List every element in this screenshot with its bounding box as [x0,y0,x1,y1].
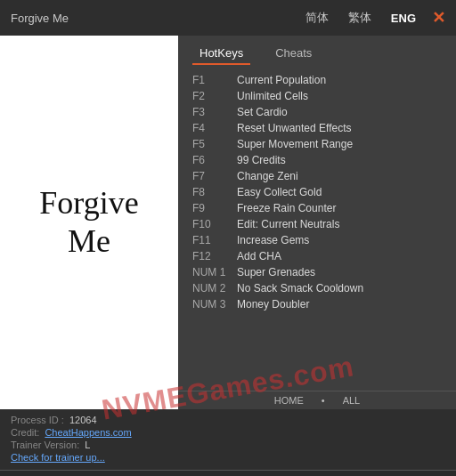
credit-label: Credit: [11,427,39,438]
game-title-art: Forgive Me [39,184,138,261]
tabs-bar: HotKeys Cheats [178,36,456,65]
hotkey-row: F10Edit: Current Neutrals [192,216,442,232]
right-panel: HotKeys Cheats F1Current PopulationF2Unl… [178,36,456,409]
hotkey-key: NUM 2 [192,282,237,294]
process-label: Process ID : [11,415,64,425]
title-bar-left: Forgive Me [11,12,69,25]
hotkey-label: Unlimited Cells [237,90,308,102]
hotkey-key: F2 [192,90,237,102]
hotkey-row: F12Add CHA [192,248,442,264]
nav-all[interactable]: ALL [343,395,361,406]
hotkey-row: NUM 3Money Doubler [192,296,442,312]
hotkey-label: Edit: Current Neutrals [237,218,339,230]
trainer-value: L [85,440,90,450]
update-link[interactable]: Check for trainer up... [11,452,105,463]
hotkey-row: F1Current Population [192,72,442,88]
hotkey-row: NUM 2No Sack Smack Cooldown [192,280,442,296]
hotkey-key: F11 [192,234,237,246]
nav-bar: HOME • ALL [178,391,456,409]
hotkey-row: NUM 1Super Grenades [192,264,442,280]
hotkey-label: Change Zeni [237,170,298,182]
hotkey-label: Super Movement Range [237,138,353,150]
status-bar: Game is running, trainer is activated! 🖥… [0,470,456,476]
app-title: Forgive Me [11,12,69,25]
lang-traditional[interactable]: 繁体 [345,8,375,28]
hotkeys-list: F1Current PopulationF2Unlimited CellsF3S… [178,65,456,391]
trainer-label: Trainer Version: [11,440,79,450]
process-value: 12064 [69,415,97,425]
hotkey-label: Easy Collect Gold [237,186,322,198]
hotkey-label: Add CHA [237,250,281,262]
hotkey-row: F3Set Cardio [192,104,442,120]
hotkey-key: F3 [192,106,237,118]
hotkey-row: F699 Credits [192,152,442,168]
hotkey-row: F5Super Movement Range [192,136,442,152]
close-button[interactable]: ✕ [432,8,445,28]
game-image: Forgive Me [4,89,174,356]
hotkey-label: Freeze Rain Counter [237,202,336,214]
hotkey-key: NUM 3 [192,298,237,311]
hotkey-label: Super Grenades [237,266,315,278]
lang-english[interactable]: ENG [387,10,419,27]
tab-hotkeys[interactable]: HotKeys [192,43,250,65]
lang-simplified[interactable]: 简体 [302,8,332,28]
hotkey-label: Reset Unwanted Effects [237,122,352,134]
hotkey-key: F9 [192,202,237,214]
tab-cheats[interactable]: Cheats [268,43,319,65]
credit-value[interactable]: CheatHappens.com [45,427,131,438]
hotkey-key: F7 [192,170,237,182]
hotkey-key: F1 [192,74,237,86]
hotkey-row: F11Increase Gems [192,232,442,248]
hotkey-label: 99 Credits [237,154,286,166]
hotkey-key: NUM 1 [192,266,237,278]
hotkey-key: F12 [192,250,237,262]
nav-home[interactable]: HOME [274,395,304,406]
hotkey-key: F8 [192,186,237,198]
hotkey-key: F5 [192,138,237,150]
title-bar-right: 简体 繁体 ENG ✕ [302,8,445,28]
hotkey-key: F10 [192,218,237,230]
hotkey-row: F7Change Zeni [192,168,442,184]
trainer-row: Trainer Version: L [11,440,445,450]
process-row: Process ID : 12064 [11,415,445,425]
hotkey-row: F8Easy Collect Gold [192,184,442,200]
hotkey-key: F6 [192,154,237,166]
hotkey-label: Money Doubler [237,298,309,311]
hotkey-row: F4Reset Unwanted Effects [192,120,442,136]
hotkey-key: F4 [192,122,237,134]
credit-row: Credit: CheatHappens.com [11,427,445,438]
hotkey-label: Increase Gems [237,234,309,246]
info-panel: Process ID : 12064 Credit: CheatHappens.… [0,409,456,470]
title-bar: Forgive Me 简体 繁体 ENG ✕ [0,0,456,36]
hotkey-row: F9Freeze Rain Counter [192,200,442,216]
main-content: Forgive Me HotKeys Cheats F1Current Popu… [0,36,456,409]
hotkey-label: Current Population [237,74,326,86]
nav-separator: • [322,395,325,406]
hotkey-row: F2Unlimited Cells [192,88,442,104]
left-panel: Forgive Me [0,36,178,409]
update-row: Check for trainer up... [11,452,445,463]
hotkey-label: Set Cardio [237,106,288,118]
hotkey-label: No Sack Smack Cooldown [237,282,363,294]
